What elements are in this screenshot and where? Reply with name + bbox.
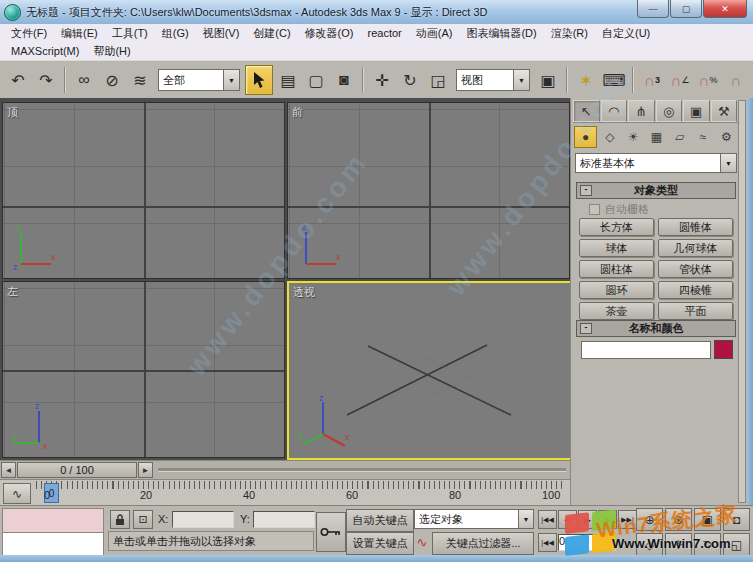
undo-icon[interactable]: ↶ [5, 66, 31, 94]
selection-set-dropdown[interactable]: 选定对象 ▼ [414, 509, 534, 529]
menu-graph-editors[interactable]: 图表编辑器(D) [459, 26, 543, 41]
close-button[interactable]: ✕ [703, 0, 747, 18]
percent-snap-icon[interactable]: ∩% [695, 66, 721, 94]
category-spacewarps-icon[interactable]: ≈ [692, 126, 713, 148]
object-color-swatch[interactable] [714, 340, 733, 359]
maxscript-listener-white[interactable] [2, 532, 104, 556]
menu-help[interactable]: 帮助(H) [86, 44, 137, 59]
select-and-scale-icon[interactable]: ◲ [425, 66, 451, 94]
selection-lock-button[interactable] [110, 510, 130, 529]
box-button[interactable]: 长方体 [579, 218, 654, 236]
menu-edit[interactable]: 编辑(E) [54, 26, 105, 41]
viewport-perspective[interactable]: 透视 z x y [287, 281, 572, 460]
time-slider[interactable]: ◄ 0 / 100 ► [0, 460, 570, 479]
plane-button[interactable]: 平面 [658, 302, 733, 320]
redo-icon[interactable]: ↷ [33, 66, 59, 94]
teapot-button[interactable]: 茶壶 [579, 302, 654, 320]
menu-maxscript[interactable]: MAXScript(M) [4, 45, 86, 57]
cylinder-button[interactable]: 圆柱体 [579, 260, 654, 278]
menu-customize[interactable]: 自定义(U) [595, 26, 657, 41]
cone-button[interactable]: 圆锥体 [658, 218, 733, 236]
collapse-icon[interactable]: - [580, 185, 592, 196]
y-coordinate-field[interactable] [253, 511, 315, 528]
name-color-rollout[interactable]: - 名称和颜色 [576, 320, 736, 337]
category-cameras-icon[interactable]: ▦ [646, 126, 667, 148]
menu-animation[interactable]: 动画(A) [409, 26, 460, 41]
menu-reactor[interactable]: reactor [361, 27, 409, 39]
select-object-button[interactable] [245, 65, 273, 95]
time-slider-thumb[interactable]: 0 / 100 [17, 462, 137, 478]
chevron-down-icon[interactable]: ▼ [513, 70, 529, 90]
tab-utilities-icon[interactable]: ⚒ [711, 100, 738, 122]
maximize-button[interactable]: ▢ [670, 0, 702, 18]
time-slider-track[interactable] [158, 468, 566, 472]
auto-key-button[interactable]: 自动关键点 [346, 509, 414, 532]
key-filters-button[interactable]: 关键点过滤器... [432, 532, 534, 555]
window-title: 无标题 - 项目文件夹: C:\Users\klw\Documents\3dsm… [26, 5, 488, 20]
tab-hierarchy-icon[interactable]: ⋔ [628, 100, 655, 122]
tab-display-icon[interactable]: ▣ [683, 100, 710, 122]
reference-coordinate-dropdown[interactable]: 视图 ▼ [456, 69, 530, 91]
menu-tools[interactable]: 工具(T) [105, 26, 155, 41]
unlink-selection-icon[interactable]: ⊘ [99, 66, 125, 94]
mini-curve-editor-icon[interactable]: ∿ [3, 483, 31, 504]
pyramid-button[interactable]: 四棱锥 [658, 281, 733, 299]
select-and-rotate-icon[interactable]: ↻ [397, 66, 423, 94]
category-lights-icon[interactable]: ☀ [623, 126, 644, 148]
category-shapes-icon[interactable]: ◇ [599, 126, 620, 148]
object-name-field[interactable] [581, 341, 711, 359]
set-key-button[interactable]: 设置关键点 [346, 532, 414, 555]
x-coordinate-field[interactable] [172, 511, 234, 528]
category-geometry-icon[interactable]: ● [574, 126, 597, 148]
window-crossing-icon[interactable]: ◙ [331, 66, 357, 94]
select-and-manipulate-icon[interactable]: ✶ [573, 66, 599, 94]
menu-rendering[interactable]: 渲染(R) [544, 26, 595, 41]
chevron-down-icon[interactable]: ▼ [518, 510, 533, 528]
absolute-mode-button[interactable]: ⊡ [133, 510, 153, 529]
collapse-icon[interactable]: - [580, 323, 592, 334]
chevron-down-icon[interactable]: ▼ [720, 154, 736, 172]
primitive-category-dropdown[interactable]: 标准基本体 ▼ [575, 153, 737, 173]
viewport-left[interactable]: 左 z y x [2, 281, 285, 458]
menu-views[interactable]: 视图(V) [196, 26, 247, 41]
bind-to-spacewarp-icon[interactable]: ≋ [127, 66, 153, 94]
autogrid-checkbox[interactable] [589, 204, 600, 215]
tube-button[interactable]: 管状体 [658, 260, 733, 278]
tab-motion-icon[interactable]: ◎ [656, 100, 683, 122]
goto-start-icon[interactable]: |◀◀ [538, 510, 557, 529]
set-keys-button[interactable] [316, 512, 346, 552]
track-bar[interactable]: ∿ 0 0 20 40 60 80 100 [0, 479, 570, 506]
tab-create-icon[interactable]: ↖ [573, 100, 600, 122]
use-pivot-center-icon[interactable]: ▣ [535, 66, 561, 94]
maxscript-listener-pink[interactable] [2, 508, 104, 533]
menu-group[interactable]: 组(G) [155, 26, 196, 41]
tab-modify-icon[interactable]: ◠ [601, 100, 628, 122]
prompt-line: 单击或单击并拖动以选择对象 [108, 531, 314, 551]
object-type-rollout[interactable]: - 对象类型 [576, 182, 736, 199]
time-slider-left-icon[interactable]: ◄ [1, 462, 16, 478]
select-and-move-icon[interactable]: ✛ [369, 66, 395, 94]
time-slider-right-icon[interactable]: ► [138, 462, 153, 478]
viewport-top[interactable]: 顶 y x z [2, 102, 285, 279]
keyboard-override-icon[interactable]: ⌨ [601, 66, 627, 94]
select-by-name-icon[interactable]: ▤ [275, 66, 301, 94]
minimize-button[interactable]: — [637, 0, 669, 18]
sphere-button[interactable]: 球体 [579, 239, 654, 257]
chevron-down-icon[interactable]: ▼ [223, 70, 239, 90]
panel-scrollbar[interactable] [738, 100, 746, 503]
torus-button[interactable]: 圆环 [579, 281, 654, 299]
category-helpers-icon[interactable]: ▱ [669, 126, 690, 148]
geosphere-button[interactable]: 几何球体 [658, 239, 733, 257]
selection-filter-dropdown[interactable]: 全部 ▼ [158, 69, 240, 91]
menu-file[interactable]: 文件(F) [4, 26, 54, 41]
menu-create[interactable]: 创建(C) [246, 26, 297, 41]
select-and-link-icon[interactable]: ∞ [71, 66, 97, 94]
snaps-toggle-icon[interactable]: ∩3 [639, 66, 665, 94]
viewport-front[interactable]: 前 z x [287, 102, 570, 279]
spinner-snap-icon[interactable]: ∩ [723, 66, 749, 94]
menu-modifiers[interactable]: 修改器(O) [298, 26, 361, 41]
category-systems-icon[interactable]: ⚙ [716, 126, 737, 148]
goto-start-icon[interactable]: |◀◀ [538, 533, 557, 552]
angle-snap-icon[interactable]: ∩∠ [667, 66, 693, 94]
rectangular-selection-region-icon[interactable]: ▢ [303, 66, 329, 94]
